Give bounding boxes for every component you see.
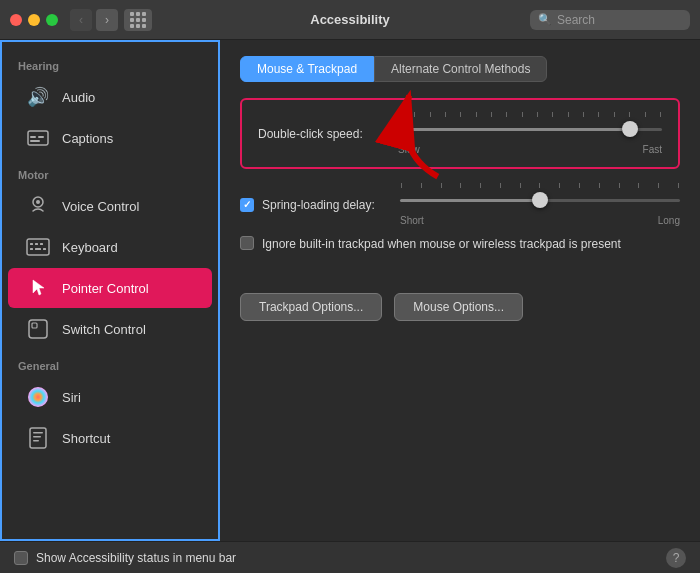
close-button[interactable] — [10, 14, 22, 26]
search-icon: 🔍 — [538, 13, 552, 26]
main-layout: Hearing 🔊 Audio Captions Motor — [0, 40, 700, 541]
sidebar-label-switch-control: Switch Control — [62, 322, 146, 337]
siri-icon — [24, 383, 52, 411]
spring-loading-label: Spring-loading delay: — [262, 198, 392, 212]
traffic-lights — [10, 14, 58, 26]
sidebar-item-captions[interactable]: Captions — [8, 118, 212, 158]
svg-point-5 — [36, 200, 40, 204]
svg-rect-18 — [33, 436, 41, 438]
ignore-trackpad-row: Ignore built-in trackpad when mouse or w… — [240, 236, 680, 253]
sidebar-item-voice-control[interactable]: Voice Control — [8, 186, 212, 226]
bottom-bar: Show Accessibility status in menu bar ? — [0, 541, 700, 573]
sidebar-item-pointer-control[interactable]: Pointer Control — [8, 268, 212, 308]
grid-icon — [130, 12, 146, 28]
long-label: Long — [658, 215, 680, 226]
grid-view-button[interactable] — [124, 9, 152, 31]
spring-loading-slider-container: Short Long — [400, 183, 680, 226]
checkmark-icon: ✓ — [243, 199, 251, 210]
voice-control-icon — [24, 192, 52, 220]
spring-slider-labels: Short Long — [400, 215, 680, 226]
sidebar-section-general: General — [2, 350, 218, 376]
ignore-trackpad-checkbox[interactable] — [240, 236, 254, 250]
sidebar-label-pointer-control: Pointer Control — [62, 281, 149, 296]
double-click-section: Double-click speed: — [240, 98, 680, 169]
sidebar-label-siri: Siri — [62, 390, 81, 405]
back-button[interactable]: ‹ — [70, 9, 92, 31]
button-row: Trackpad Options... Mouse Options... — [240, 293, 680, 321]
svg-rect-13 — [29, 320, 47, 338]
sidebar: Hearing 🔊 Audio Captions Motor — [0, 40, 220, 541]
bottom-checkbox-row: Show Accessibility status in menu bar — [14, 551, 236, 565]
sidebar-item-siri[interactable]: Siri — [8, 377, 212, 417]
sidebar-item-audio[interactable]: 🔊 Audio — [8, 77, 212, 117]
forward-button[interactable]: › — [96, 9, 118, 31]
mouse-options-button[interactable]: Mouse Options... — [394, 293, 523, 321]
search-bar[interactable]: 🔍 Search — [530, 10, 690, 30]
trackpad-options-button[interactable]: Trackpad Options... — [240, 293, 382, 321]
content-area: Mouse & Trackpad Alternate Control Metho… — [220, 40, 700, 541]
double-click-row: Double-click speed: — [258, 112, 662, 155]
shortcut-icon — [24, 424, 52, 452]
double-click-label: Double-click speed: — [258, 127, 388, 141]
svg-rect-3 — [30, 140, 40, 142]
svg-point-15 — [28, 387, 48, 407]
fast-label: Fast — [643, 144, 662, 155]
short-label: Short — [400, 215, 424, 226]
svg-rect-7 — [30, 243, 33, 245]
svg-rect-9 — [40, 243, 43, 245]
svg-rect-1 — [30, 136, 36, 138]
svg-rect-17 — [33, 432, 43, 434]
sidebar-label-audio: Audio — [62, 90, 95, 105]
window-title: Accessibility — [310, 12, 390, 27]
status-bar-label: Show Accessibility status in menu bar — [36, 551, 236, 565]
svg-rect-10 — [30, 248, 33, 250]
minimize-button[interactable] — [28, 14, 40, 26]
slider-thumb[interactable] — [622, 121, 638, 137]
spring-loading-checkbox[interactable]: ✓ — [240, 198, 254, 212]
nav-buttons: ‹ › — [70, 9, 118, 31]
ignore-trackpad-label: Ignore built-in trackpad when mouse or w… — [262, 236, 621, 253]
spring-slider-track — [400, 199, 680, 202]
sidebar-section-motor: Motor — [2, 159, 218, 185]
sidebar-label-shortcut: Shortcut — [62, 431, 110, 446]
sidebar-item-switch-control[interactable]: Switch Control — [8, 309, 212, 349]
audio-icon: 🔊 — [24, 83, 52, 111]
help-button[interactable]: ? — [666, 548, 686, 568]
tab-mouse-trackpad[interactable]: Mouse & Trackpad — [240, 56, 374, 82]
tab-alternate-control[interactable]: Alternate Control Methods — [374, 56, 547, 82]
sidebar-label-keyboard: Keyboard — [62, 240, 118, 255]
titlebar: ‹ › Accessibility 🔍 Search — [0, 0, 700, 40]
pointer-control-icon — [24, 274, 52, 302]
captions-icon — [24, 124, 52, 152]
switch-control-icon — [24, 315, 52, 343]
svg-rect-8 — [35, 243, 38, 245]
slider-track — [398, 128, 662, 131]
status-bar-checkbox[interactable] — [14, 551, 28, 565]
svg-rect-16 — [30, 428, 46, 448]
svg-rect-19 — [33, 440, 39, 442]
sidebar-item-shortcut[interactable]: Shortcut — [8, 418, 212, 458]
sidebar-section-hearing: Hearing — [2, 50, 218, 76]
svg-rect-11 — [35, 248, 41, 250]
sidebar-item-keyboard[interactable]: Keyboard — [8, 227, 212, 267]
keyboard-icon — [24, 233, 52, 261]
spring-slider-thumb[interactable] — [532, 192, 548, 208]
svg-rect-12 — [43, 248, 46, 250]
search-placeholder: Search — [557, 13, 595, 27]
spring-loading-slider[interactable] — [400, 188, 680, 212]
slow-label: Slow — [398, 144, 420, 155]
svg-rect-6 — [27, 239, 49, 255]
spring-loading-row: ✓ Spring-loading delay: Short — [240, 183, 680, 226]
tabs: Mouse & Trackpad Alternate Control Metho… — [240, 56, 680, 82]
slider-labels: Slow Fast — [398, 144, 662, 155]
sidebar-label-captions: Captions — [62, 131, 113, 146]
svg-rect-2 — [38, 136, 44, 138]
double-click-slider[interactable] — [398, 117, 662, 141]
svg-rect-14 — [32, 323, 37, 328]
maximize-button[interactable] — [46, 14, 58, 26]
double-click-slider-container: Slow Fast — [398, 112, 662, 155]
sidebar-label-voice-control: Voice Control — [62, 199, 139, 214]
